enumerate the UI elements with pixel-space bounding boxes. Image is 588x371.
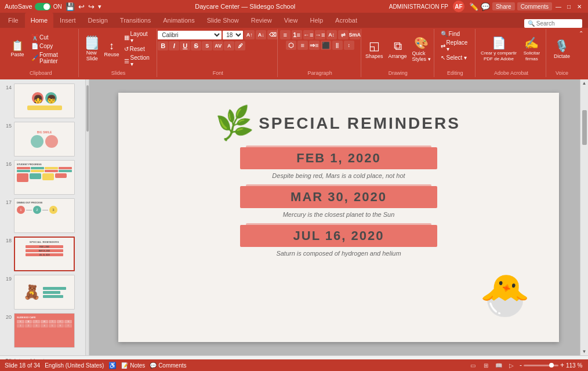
slide-thumb-16[interactable]: 16 STUDENT PROGRESS xyxy=(0,158,85,197)
tab-design[interactable]: Design xyxy=(82,13,114,28)
font-shrink-button[interactable]: A↓ xyxy=(256,30,266,39)
thumb-img-14[interactable]: 👧 👦 xyxy=(14,83,75,118)
numbering-button[interactable]: 1≡ xyxy=(292,30,302,39)
tab-help[interactable]: Help xyxy=(304,13,329,28)
thumb-img-17[interactable]: DINING OUT PROCESS 1 2 3 xyxy=(14,198,75,233)
create-pdf-button[interactable]: 📄 Crear y compartirPDF de Adobe xyxy=(479,35,518,63)
underline-button[interactable]: U xyxy=(180,41,190,50)
tab-file[interactable]: File xyxy=(2,13,24,28)
thumb-img-18[interactable]: SPECIAL REMINDERS FEB 1, 2020 MAR 30, 20… xyxy=(14,237,75,271)
undo-icon[interactable]: ↩ xyxy=(78,2,85,11)
dictate-button[interactable]: 🎙️ Dictate xyxy=(552,38,572,60)
pen-icon[interactable]: ✏️ xyxy=(469,2,478,11)
minimize-button[interactable]: — xyxy=(554,2,562,10)
slide-thumb-14[interactable]: 14 👧 👦 xyxy=(0,82,85,120)
find-button[interactable]: 🔍 Find xyxy=(439,30,471,38)
reset-button[interactable]: ↺ Reset xyxy=(122,45,154,53)
justify-button[interactable]: ⬛ xyxy=(321,41,331,50)
normal-view-button[interactable]: ▭ xyxy=(469,361,478,370)
shapes-icon: ◱ xyxy=(369,39,380,53)
shadow-button[interactable]: S xyxy=(202,41,212,50)
zoom-in-button[interactable]: + xyxy=(560,361,564,369)
cut-button[interactable]: ✂️ Cut xyxy=(30,34,75,41)
font-family-select[interactable]: Calibri xyxy=(158,31,222,39)
autosave-area[interactable]: AutoSave ON xyxy=(5,3,62,10)
tab-insert[interactable]: Insert xyxy=(54,13,82,28)
redo-icon[interactable]: ↪ xyxy=(88,2,95,11)
align-left-button[interactable]: ⬡ xyxy=(286,41,296,50)
tab-animations[interactable]: Animations xyxy=(157,13,200,28)
align-right-button[interactable]: ⇒≡ xyxy=(309,41,320,50)
copy-button[interactable]: 📄 Copy xyxy=(30,42,75,50)
font-size-select[interactable]: 18 xyxy=(223,31,243,39)
slide-thumb-18[interactable]: 18 SPECIAL REMINDERS FEB 1, 2020 MAR 30,… xyxy=(0,235,85,273)
font-color-button[interactable]: A xyxy=(224,41,234,50)
search-input[interactable] xyxy=(524,19,582,28)
feedback-icon[interactable]: 💬 xyxy=(481,2,490,11)
font-grow-button[interactable]: A↑ xyxy=(244,30,255,39)
align-center-button[interactable]: ≡ xyxy=(297,41,308,50)
tab-review[interactable]: Review xyxy=(245,13,278,28)
zoom-slider[interactable] xyxy=(524,365,558,366)
thumb-img-16[interactable]: STUDENT PROGRESS xyxy=(14,160,75,195)
text-direction-button[interactable]: A↕ xyxy=(326,30,337,39)
clear-format-button[interactable]: ⌫ xyxy=(267,30,278,39)
bold-button[interactable]: B xyxy=(158,41,168,50)
bullets-button[interactable]: ≡ xyxy=(280,30,291,39)
tab-acrobat[interactable]: Acrobat xyxy=(329,13,363,28)
collapse-ribbon-button[interactable]: ⌃ xyxy=(578,29,585,77)
convert-button[interactable]: ⇌ xyxy=(338,30,349,39)
thumb-img-15[interactable]: BIG SMILE xyxy=(14,122,75,157)
strikethrough-button[interactable]: S xyxy=(191,41,201,50)
slide-thumb-19[interactable]: 19 🧸 xyxy=(0,273,85,311)
notes-status-button[interactable]: 📝 Notes xyxy=(121,362,145,369)
reuse-button[interactable]: ↕️ Reuse xyxy=(103,39,120,59)
comments-status-button[interactable]: 💬 Comments xyxy=(150,362,186,369)
thumb-img-20[interactable]: SLIDESGO CAFE S M T W T F S 1 2 3 xyxy=(14,313,75,348)
autosave-toggle[interactable] xyxy=(35,3,51,10)
thumb-img-19[interactable]: 🧸 xyxy=(14,275,75,310)
quick-styles-button[interactable]: 🎨 QuickStyles ▾ xyxy=(411,35,433,63)
zoom-level[interactable]: 113 % xyxy=(566,362,583,369)
arrange-button[interactable]: ⧉ Arrange xyxy=(387,38,409,60)
section-button[interactable]: ☰ Section ▾ xyxy=(122,54,154,68)
tab-transitions[interactable]: Transitions xyxy=(114,13,157,28)
format-painter-button[interactable]: 🖌️ Format Painter xyxy=(30,51,75,65)
presentation-view-button[interactable]: ▷ xyxy=(507,361,516,370)
date-banner-2: MAR 30, 2020 xyxy=(240,186,437,208)
zoom-out-button[interactable]: - xyxy=(520,361,522,369)
replace-button[interactable]: ⇄ Replace ▾ xyxy=(439,39,471,53)
slide-canvas[interactable]: 🌿 SPECIAL REMINDERS FEB 1, 2020 Despite … xyxy=(118,93,559,342)
slide-sorter-button[interactable]: ⊞ xyxy=(481,361,491,370)
highlight-button[interactable]: 🖊 xyxy=(235,41,245,50)
comments-button[interactable]: Comments xyxy=(517,2,552,10)
canvas-scrollbar[interactable]: ▲ ▼ xyxy=(580,79,588,355)
line-spacing-button[interactable]: ↕ xyxy=(344,41,354,50)
reading-view-button[interactable]: 📖 xyxy=(494,361,503,370)
slide-thumb-20[interactable]: 20 SLIDESGO CAFE S M T W T F S 1 xyxy=(0,311,85,350)
paste-button[interactable]: 📋 Paste xyxy=(7,39,28,59)
decrease-indent-button[interactable]: ←≡ xyxy=(303,30,314,39)
request-signatures-button[interactable]: ✍️ Solicitarfirmas xyxy=(520,35,543,63)
slide-thumb-15[interactable]: 15 BIG SMILE xyxy=(0,120,85,158)
new-slide-button[interactable]: 🗒️ NewSlide xyxy=(83,35,101,63)
layout-button[interactable]: ▦ Layout ▾ xyxy=(122,30,154,44)
close-button[interactable]: ✕ xyxy=(575,2,583,10)
share-button[interactable]: Share xyxy=(492,2,515,10)
maximize-button[interactable]: □ xyxy=(565,2,573,10)
user-avatar[interactable]: AF xyxy=(453,1,464,12)
select-button[interactable]: ↖ Select ▾ xyxy=(439,54,471,61)
increase-indent-button[interactable]: →≡ xyxy=(315,30,325,39)
tab-view[interactable]: View xyxy=(278,13,304,28)
tab-slideshow[interactable]: Slide Show xyxy=(201,13,245,28)
char-spacing-button[interactable]: AV xyxy=(213,41,223,50)
columns-button[interactable]: || xyxy=(332,41,343,50)
save-icon[interactable]: 💾 xyxy=(66,2,75,11)
slide-thumb-17[interactable]: 17 DINING OUT PROCESS 1 2 3 xyxy=(0,197,85,235)
tab-home[interactable]: Home xyxy=(25,13,53,28)
slide-header: 🌿 SPECIAL REMINDERS xyxy=(217,107,460,140)
smartart-button[interactable]: SmA xyxy=(350,30,360,39)
slide-panel[interactable]: 14 👧 👦 xyxy=(0,79,86,355)
shapes-button[interactable]: ◱ Shapes xyxy=(364,38,385,60)
italic-button[interactable]: I xyxy=(169,41,179,50)
